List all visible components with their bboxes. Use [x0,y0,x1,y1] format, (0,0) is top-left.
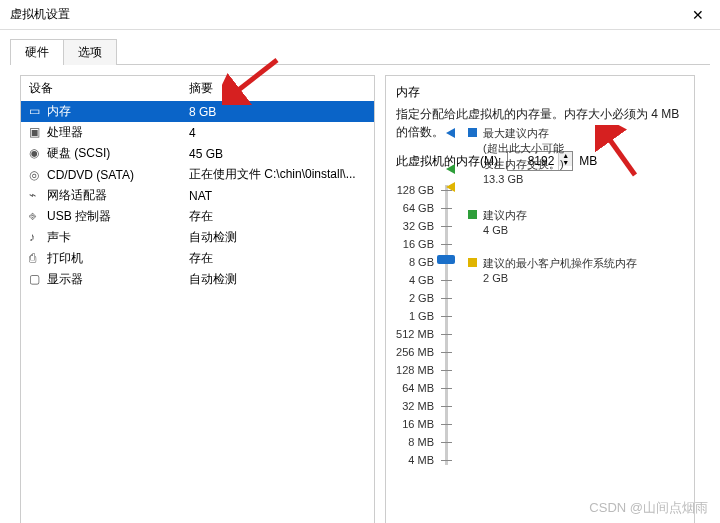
tick-label: 16 MB [402,418,434,430]
device-icon: ⎆ [29,209,43,223]
device-icon: ♪ [29,230,43,244]
triangle-yellow-icon [446,182,455,192]
table-row[interactable]: ♪声卡自动检测 [21,227,374,248]
tick-label: 64 GB [403,202,434,214]
square-green-icon [468,210,477,219]
table-row[interactable]: ⎆USB 控制器存在 [21,206,374,227]
device-icon: ◉ [29,146,43,160]
square-yellow-icon [468,258,477,267]
table-row[interactable]: ▣处理器4 [21,122,374,143]
device-icon: ▢ [29,272,43,286]
window-title: 虚拟机设置 [10,6,70,23]
square-blue-icon [468,128,477,137]
tick-label: 8 MB [408,436,434,448]
watermark: CSDN @山间点烟雨 [589,499,708,517]
device-icon: ▣ [29,125,43,139]
triangle-green-icon [446,164,455,174]
tick-label: 4 GB [409,274,434,286]
device-icon: ⎙ [29,251,43,265]
tick-label: 32 MB [402,400,434,412]
tick-label: 4 MB [408,454,434,466]
table-row[interactable]: ▢显示器自动检测 [21,269,374,290]
min-recommend-block: 建议的最小客户机操作系统内存 2 GB [483,256,637,287]
tick-label: 512 MB [396,328,434,340]
tick-label: 2 GB [409,292,434,304]
tick-label: 128 GB [397,184,434,196]
tab-hardware[interactable]: 硬件 [10,39,64,65]
tick-label: 1 GB [409,310,434,322]
close-icon[interactable]: ✕ [686,7,710,23]
tick-label: 8 GB [409,256,434,268]
tick-label: 128 MB [396,364,434,376]
device-icon: ◎ [29,168,43,182]
table-row[interactable]: ▭内存8 GB [21,101,374,122]
max-recommend-block: 最大建议内存 (超出此大小可能 发生内存交换。) 13.3 GB [483,126,564,188]
table-row[interactable]: ◉硬盘 (SCSI)45 GB [21,143,374,164]
tick-label: 64 MB [402,382,434,394]
col-device: 设备 [21,76,181,101]
device-table: 设备 摘要 ▭内存8 GB▣处理器4◉硬盘 (SCSI)45 GB◎CD/DVD… [21,76,374,290]
device-icon: ⌁ [29,188,43,202]
table-row[interactable]: ⎙打印机存在 [21,248,374,269]
tab-options[interactable]: 选项 [63,39,117,65]
device-icon: ▭ [29,104,43,118]
recommend-block: 建议内存 4 GB [483,208,527,239]
table-row[interactable]: ⌁网络适配器NAT [21,185,374,206]
triangle-blue-icon [446,128,455,138]
tick-label: 32 GB [403,220,434,232]
col-summary: 摘要 [181,76,374,101]
table-row[interactable]: ◎CD/DVD (SATA)正在使用文件 C:\chin\0install\..… [21,164,374,185]
tick-label: 256 MB [396,346,434,358]
tick-label: 16 GB [403,238,434,250]
